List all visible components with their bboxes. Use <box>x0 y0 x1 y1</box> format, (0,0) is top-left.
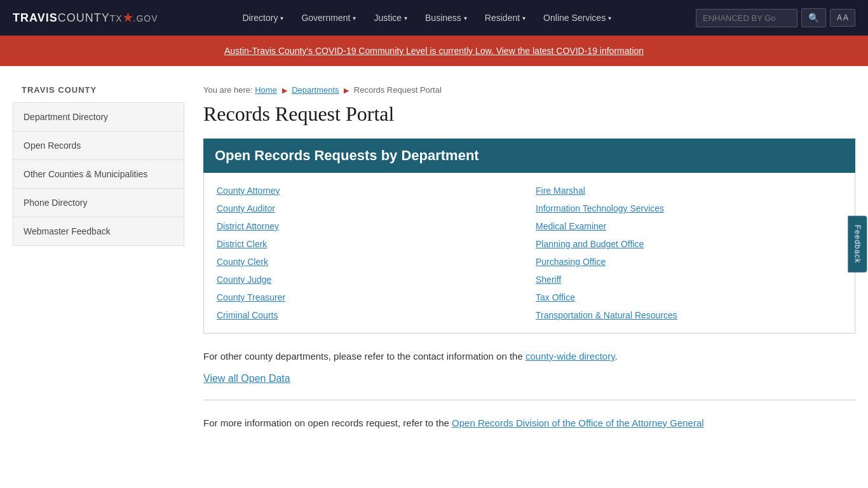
sidebar-item-open-records[interactable]: Open Records <box>13 132 184 160</box>
breadcrumb: You are here: Home ▶ Departments ▶ Recor… <box>203 85 855 95</box>
breadcrumb-home[interactable]: Home <box>255 85 277 95</box>
main-nav-list: Directory ▾ Government ▾ Justice ▾ Busin… <box>233 1 620 34</box>
page-title: Records Request Portal <box>203 102 855 126</box>
breadcrumb-current: Records Request Portal <box>354 85 442 95</box>
dept-link-district-clerk[interactable]: District Clerk <box>217 239 523 249</box>
breadcrumb-departments[interactable]: Departments <box>292 85 339 95</box>
search-button[interactable]: 🔍 <box>801 8 826 27</box>
nav-online-services[interactable]: Online Services ▾ <box>534 1 620 34</box>
other-info-after: . <box>615 351 618 362</box>
content-divider <box>203 400 855 400</box>
accessibility-button[interactable]: A A <box>830 9 855 27</box>
chevron-icon: ▾ <box>404 15 407 22</box>
dept-left-column: County Attorney County Auditor District … <box>217 186 523 320</box>
dept-link-county-attorney[interactable]: County Attorney <box>217 186 523 196</box>
dept-link-tax-office[interactable]: Tax Office <box>536 292 842 302</box>
dept-link-county-treasurer[interactable]: County Treasurer <box>217 292 523 302</box>
search-input[interactable] <box>696 9 797 27</box>
covid-banner: Austin-Travis County's COVID-19 Communit… <box>0 36 868 66</box>
site-logo[interactable]: TRAVISCOUNTYTX★.GOV <box>13 11 158 25</box>
attorney-info: For more information on open records req… <box>203 416 855 431</box>
dept-link-county-clerk[interactable]: County Clerk <box>217 257 523 267</box>
nav-directory[interactable]: Directory ▾ <box>233 1 292 34</box>
attorney-info-before: For more information on open records req… <box>203 417 449 428</box>
chevron-icon: ▾ <box>464 15 467 22</box>
other-info-before: For other county departments, please ref… <box>203 351 523 362</box>
breadcrumb-separator: ▶ <box>282 86 287 94</box>
dept-link-medical-examiner[interactable]: Medical Examiner <box>536 221 842 231</box>
dept-link-sheriff[interactable]: Sheriff <box>536 274 842 285</box>
logo-county: COUNTY <box>58 11 110 24</box>
chevron-icon: ▾ <box>353 15 356 22</box>
attorney-general-link[interactable]: Open Records Division of the Office of t… <box>452 417 704 428</box>
dept-link-purchasing[interactable]: Purchasing Office <box>536 257 842 267</box>
main-content: You are here: Home ▶ Departments ▶ Recor… <box>203 85 855 431</box>
section-header: Open Records Requests by Department <box>203 139 855 173</box>
logo-tx: TX <box>110 13 123 24</box>
dept-link-county-judge[interactable]: County Judge <box>217 274 523 285</box>
feedback-tab[interactable]: Feedback <box>848 216 867 273</box>
dept-link-it-services[interactable]: Information Technology Services <box>536 203 842 214</box>
sidebar-menu: Department Directory Open Records Other … <box>13 102 184 246</box>
nav-resident[interactable]: Resident ▾ <box>476 1 534 34</box>
dept-link-criminal-courts[interactable]: Criminal Courts <box>217 310 523 320</box>
top-navigation: TRAVISCOUNTYTX★.GOV Directory ▾ Governme… <box>0 0 868 36</box>
sidebar-title: TRAVIS COUNTY <box>13 85 184 95</box>
breadcrumb-separator-2: ▶ <box>344 86 349 94</box>
covid-link[interactable]: Austin-Travis County's COVID-19 Communit… <box>224 46 644 56</box>
sidebar-item-other-counties[interactable]: Other Counties & Municipalities <box>13 160 184 189</box>
nav-justice[interactable]: Justice ▾ <box>365 1 416 34</box>
chevron-icon: ▾ <box>522 15 526 22</box>
breadcrumb-you-are-here: You are here: <box>203 85 253 95</box>
nav-business[interactable]: Business ▾ <box>416 1 476 34</box>
dept-link-planning-budget[interactable]: Planning and Budget Office <box>536 239 842 249</box>
dept-link-district-attorney[interactable]: District Attorney <box>217 221 523 231</box>
view-all-open-data-link[interactable]: View all Open Data <box>203 373 855 384</box>
sidebar-item-webmaster[interactable]: Webmaster Feedback <box>13 217 184 245</box>
dept-link-fire-marshal[interactable]: Fire Marshal <box>536 186 842 196</box>
chevron-icon: ▾ <box>608 15 611 22</box>
search-area: 🔍 A A <box>696 8 855 27</box>
dept-right-column: Fire Marshal Information Technology Serv… <box>536 186 842 320</box>
nav-government[interactable]: Government ▾ <box>292 1 365 34</box>
logo-star: ★ <box>123 11 133 24</box>
logo-gov: .GOV <box>133 13 158 24</box>
chevron-icon: ▾ <box>280 15 283 22</box>
departments-table: County Attorney County Auditor District … <box>203 173 855 334</box>
logo-travis: TRAVIS <box>13 11 58 24</box>
main-container: TRAVIS COUNTY Department Directory Open … <box>0 66 868 450</box>
sidebar-item-phone-directory[interactable]: Phone Directory <box>13 189 184 217</box>
county-directory-link[interactable]: county-wide directory <box>526 351 615 362</box>
sidebar-item-dept-directory[interactable]: Department Directory <box>13 103 184 132</box>
sidebar: TRAVIS COUNTY Department Directory Open … <box>13 85 184 431</box>
dept-link-county-auditor[interactable]: County Auditor <box>217 203 523 214</box>
dept-link-transportation[interactable]: Transportation & Natural Resources <box>536 310 842 320</box>
other-info-text: For other county departments, please ref… <box>203 349 855 364</box>
